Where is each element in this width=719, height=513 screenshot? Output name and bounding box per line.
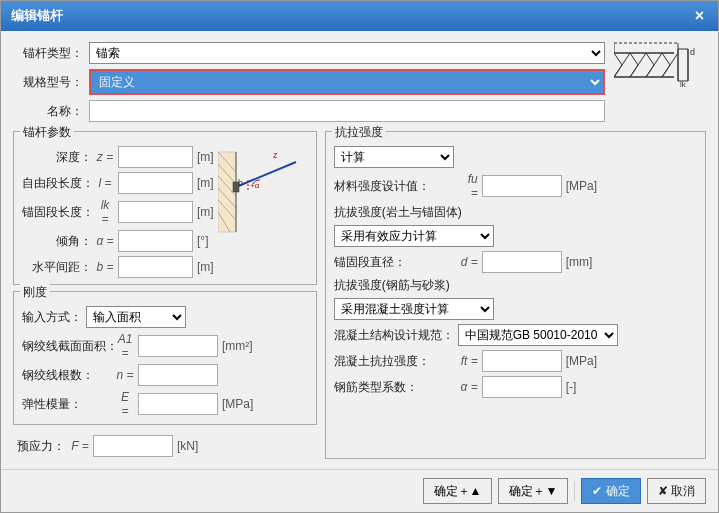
- concrete-calc-select[interactable]: 采用混凝土强度计算: [334, 298, 494, 320]
- prestress-unit: [kN]: [177, 439, 198, 453]
- fixed-diameter-unit: [mm]: [566, 255, 593, 269]
- depth-unit: [m]: [197, 150, 214, 164]
- spec-select-wrapper: 固定义: [89, 69, 605, 95]
- type-select[interactable]: 锚索: [89, 42, 605, 64]
- depth-label: 深度：: [22, 149, 92, 166]
- anchor-params-title: 锚杆参数: [20, 124, 74, 141]
- dialog: 编辑锚杆 × 锚杆类型： 锚索 规格型号： 固定义: [0, 0, 719, 513]
- confirm-down-button[interactable]: 确定＋▼: [498, 478, 568, 504]
- svg-text:b: b: [238, 178, 243, 188]
- confirm-add-button[interactable]: 确定＋▲: [423, 478, 493, 504]
- ok-button[interactable]: ✔ 确定: [581, 478, 640, 504]
- material-strength-row: 材料强度设计值： fu = 1860.00 [MPa]: [334, 172, 697, 200]
- cancel-button[interactable]: ✘ 取消: [647, 478, 706, 504]
- stress-calc-row: 采用有效应力计算: [334, 225, 697, 247]
- free-length-unit: [m]: [197, 176, 214, 190]
- svg-text:d: d: [690, 47, 695, 57]
- strands-label: 钢绞线根数：: [22, 367, 112, 384]
- name-row: 名称：: [13, 99, 605, 123]
- dialog-body: 锚杆类型： 锚索 规格型号： 固定义 名称：: [1, 31, 718, 469]
- concrete-code-select[interactable]: 中国规范GB 50010-2010: [458, 324, 618, 346]
- svg-line-18: [236, 162, 296, 187]
- concrete-tensile-eq: ft =: [458, 354, 478, 368]
- tensile-strength-title: 抗拉强度: [332, 124, 386, 141]
- cross-section-unit: [mm²]: [222, 339, 253, 353]
- stiffness-title: 刚度: [20, 284, 50, 301]
- material-strength-label: 材料强度设计值：: [334, 178, 454, 195]
- concrete-code-label: 混凝土结构设计规范：: [334, 327, 454, 344]
- left-panel: 锚杆参数 深度： z = 1.00 [m]: [13, 129, 317, 459]
- free-length-eq: l =: [96, 176, 114, 190]
- inclination-row: 倾角： α = 20.00 [°]: [22, 230, 214, 252]
- horizontal-spacing-row: 水平间距： b = 3.00 [m]: [22, 256, 214, 278]
- tensile-method-row: 计算: [334, 146, 697, 168]
- rebar-factor-row: 钢筋类型系数： α = 1.47 [-]: [334, 376, 697, 398]
- dialog-title: 编辑锚杆: [11, 7, 63, 25]
- prestress-eq: F =: [71, 439, 89, 453]
- concrete-tensile-row: 混凝土抗拉强度： ft = 1.50 [MPa]: [334, 350, 697, 372]
- prestress-row: 预应力： F = 320.00 [kN]: [17, 435, 317, 457]
- free-length-label: 自由段长度：: [22, 175, 92, 192]
- fixed-diameter-input[interactable]: 150.0: [482, 251, 562, 273]
- depth-input[interactable]: 1.00: [118, 146, 193, 168]
- rebar-factor-unit: [-]: [566, 380, 577, 394]
- svg-text:lk: lk: [680, 80, 687, 89]
- pullout-steel-label: 抗拔强度(钢筋与砂浆): [334, 277, 450, 294]
- pullout-rock-label: 抗拔强度(岩土与锚固体): [334, 204, 462, 221]
- spec-label: 规格型号：: [13, 74, 83, 91]
- stress-calc-select[interactable]: 采用有效应力计算: [334, 225, 494, 247]
- cross-section-label: 钢绞线截面面积：: [22, 338, 112, 355]
- svg-text:z: z: [273, 150, 278, 160]
- input-method-row: 输入方式： 输入面积: [22, 306, 308, 328]
- name-label: 名称：: [13, 103, 83, 120]
- input-method-select[interactable]: 输入面积: [86, 306, 186, 328]
- elastic-modulus-input[interactable]: 195000.00: [138, 393, 218, 415]
- type-row: 锚杆类型： 锚索: [13, 41, 605, 65]
- right-panel: 抗拉强度 计算 材料强度设计值： fu = 1860.00 [MPa]: [325, 129, 706, 459]
- name-input[interactable]: [89, 100, 605, 122]
- concrete-code-row: 混凝土结构设计规范： 中国规范GB 50010-2010: [334, 324, 697, 346]
- fixed-length-input[interactable]: 10.00: [118, 201, 193, 223]
- depth-row: 深度： z = 1.00 [m]: [22, 146, 214, 168]
- close-button[interactable]: ×: [691, 8, 708, 24]
- title-bar: 编辑锚杆 ×: [1, 1, 718, 31]
- cross-section-input[interactable]: 150.000: [138, 335, 218, 357]
- spec-row: 规格型号： 固定义: [13, 69, 605, 95]
- horizontal-spacing-unit: [m]: [197, 260, 214, 274]
- main-content: 锚杆参数 深度： z = 1.00 [m]: [13, 129, 706, 459]
- inclination-eq: α =: [96, 234, 114, 248]
- inclination-unit: [°]: [197, 234, 208, 248]
- thumbnail-svg: d lk: [614, 41, 704, 89]
- horizontal-spacing-input[interactable]: 3.00: [118, 256, 193, 278]
- strands-row: 钢绞线根数： n = 6: [22, 364, 308, 386]
- strands-eq: n =: [116, 368, 134, 382]
- cross-section-row: 钢绞线截面面积： A1 = 150.000 [mm²]: [22, 332, 308, 360]
- rebar-factor-input[interactable]: 1.47: [482, 376, 562, 398]
- fixed-diameter-row: 锚固段直径： d = 150.0 [mm]: [334, 251, 697, 273]
- anchor-diagram: z b +α: [218, 142, 308, 245]
- concrete-tensile-label: 混凝土抗拉强度：: [334, 353, 454, 370]
- fixed-length-label: 锚固段长度：: [22, 204, 92, 221]
- rebar-factor-eq: α =: [458, 380, 478, 394]
- free-length-row: 自由段长度： l = 5.00 [m]: [22, 172, 214, 194]
- free-length-input[interactable]: 5.00: [118, 172, 193, 194]
- strands-input[interactable]: 6: [138, 364, 218, 386]
- tensile-method-select[interactable]: 计算: [334, 146, 454, 168]
- concrete-tensile-input[interactable]: 1.50: [482, 350, 562, 372]
- horizontal-spacing-label: 水平间距：: [22, 259, 92, 276]
- elastic-modulus-unit: [MPa]: [222, 397, 253, 411]
- concrete-calc-row: 采用混凝土强度计算: [334, 298, 697, 320]
- material-strength-input[interactable]: 1860.00: [482, 175, 562, 197]
- prestress-input[interactable]: 320.00: [93, 435, 173, 457]
- input-method-label: 输入方式：: [22, 309, 82, 326]
- footer: 确定＋▲ 确定＋▼ ✔ 确定 ✘ 取消: [1, 469, 718, 512]
- type-label: 锚杆类型：: [13, 45, 83, 62]
- footer-separator: [574, 481, 575, 501]
- anchor-params-group: 锚杆参数 深度： z = 1.00 [m]: [13, 131, 317, 285]
- fixed-diameter-label: 锚固段直径：: [334, 254, 454, 271]
- spec-select[interactable]: 固定义: [91, 71, 603, 93]
- inclination-input[interactable]: 20.00: [118, 230, 193, 252]
- rebar-factor-label: 钢筋类型系数：: [334, 379, 454, 396]
- fixed-length-unit: [m]: [197, 205, 214, 219]
- fixed-length-eq: lk =: [96, 198, 114, 226]
